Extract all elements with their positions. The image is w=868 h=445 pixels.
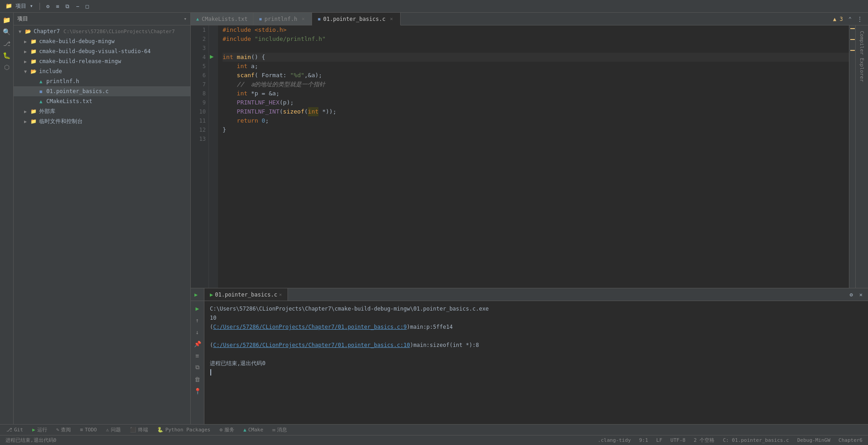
cursor-line	[210, 368, 863, 376]
line-num-2: 2	[193, 35, 206, 44]
tree-item-pointer-basics[interactable]: ▶ ◼ 01.pointer_basics.c	[14, 86, 190, 96]
folder-icon-cmake-vs: 📁	[30, 48, 37, 55]
folder-icon[interactable]: 📁	[1, 15, 12, 25]
tab-close-pointer[interactable]: ✕	[388, 16, 395, 22]
list-icon[interactable]: ≡	[54, 2, 61, 10]
bottom-tab-close-btn[interactable]: ✕	[279, 292, 282, 297]
run-gutter-arrow[interactable]: ▶	[210, 53, 213, 60]
folder-icon-external: 📁	[30, 108, 37, 115]
bottom-tab-run[interactable]: ▶ 01.pointer_basics.c ✕	[204, 288, 288, 301]
status-chapter[interactable]: Chapter6	[837, 437, 864, 443]
project-dropdown-icon[interactable]: ▾	[184, 16, 187, 22]
paren-close-1: )	[407, 324, 410, 330]
search-icon[interactable]: 🔍	[1, 26, 12, 37]
line-num-6: 6	[193, 71, 206, 80]
bottom-settings-icon[interactable]: ⚙	[848, 291, 855, 299]
footer-tab-python-label: Python Packages	[165, 427, 210, 433]
status-lf[interactable]: LF	[655, 437, 664, 443]
run-gutter: ▶	[209, 25, 218, 288]
tree-item-printlnf[interactable]: ▶ ▲ printlnf.h	[14, 76, 190, 86]
footer-tab-problems-label: 问题	[111, 426, 121, 433]
tree-item-temp[interactable]: ▶ 📁 临时文件和控制台	[14, 116, 190, 126]
list-btn[interactable]: ≡	[192, 350, 203, 361]
output-1b: main:p:5ffe14	[410, 324, 453, 330]
footer-tab-services[interactable]: ⚙ 服务	[216, 425, 238, 434]
pin2-btn[interactable]: 📍	[192, 386, 203, 396]
terminal-output[interactable]: C:\Users\57286\CLionProjects\Chapter7\cm…	[204, 301, 868, 424]
bottom-panel-controls: ⚙ ✕	[848, 288, 868, 301]
extensions-icon[interactable]: ⬡	[1, 62, 12, 73]
file-tree-content: ▼ 📂 Chapter7 C:\Users\57286\CLionProject…	[14, 25, 190, 424]
tree-item-cmake-debug-mingw[interactable]: ▶ 📁 cmake-build-debug-mingw	[14, 36, 190, 46]
status-clang-tidy[interactable]: .clang-tidy	[596, 437, 633, 443]
status-build[interactable]: Debug-MinGW	[795, 437, 832, 443]
footer-tab-cmake[interactable]: ▲ CMake	[240, 426, 267, 434]
review-footer-icon: ✎	[56, 427, 60, 433]
footer-tab-git[interactable]: ⎇ Git	[3, 426, 27, 434]
minimize-icon[interactable]: −	[74, 2, 81, 10]
tab-bar-expand[interactable]: ⌃	[847, 15, 853, 23]
editor-area: ▲ CMakeLists.txt ◼ printlnf.h ✕ ◼ 01.poi…	[191, 13, 868, 288]
settings-icon[interactable]: ⚙	[45, 2, 51, 10]
code-editor[interactable]: 1 2 3 4 5 6 7 8 9 10 11 12 13	[191, 25, 849, 288]
tree-path-chapter7: C:\Users\57286\CLionProjects\Chapter7	[64, 29, 175, 35]
maximize-icon[interactable]: □	[84, 2, 90, 10]
tree-item-cmake-release[interactable]: ▶ 📁 cmake-build-release-mingw	[14, 56, 190, 66]
tree-item-cmakelists[interactable]: ▶ ▲ CMakeLists.txt	[14, 96, 190, 106]
link-2[interactable]: C:/Users/57286/CLionProjects/Chapter7/01…	[213, 342, 410, 348]
footer-tab-run[interactable]: ▶ 运行	[29, 425, 51, 434]
status-line-col[interactable]: 9:1	[637, 437, 650, 443]
copy-btn[interactable]: ⧉	[192, 362, 203, 373]
link-1[interactable]: C:/Users/57286/CLionProjects/Chapter7/01…	[213, 324, 407, 330]
tab-printlnf[interactable]: ◼ printlnf.h ✕	[253, 13, 312, 25]
keyword-int-highlight: int	[308, 107, 318, 116]
footer-tab-terminal[interactable]: ⬛ 终端	[126, 425, 152, 434]
trash-btn[interactable]: 🗑	[192, 374, 203, 385]
bottom-run-icon[interactable]: ▶	[191, 288, 204, 301]
tree-arrow-cmake-debug-mingw: ▶	[23, 39, 28, 44]
git-icon[interactable]: ⎇	[1, 38, 12, 49]
split-icon[interactable]: ⧉	[64, 2, 71, 10]
tab-bar-more[interactable]: ⋮	[855, 15, 864, 23]
tab-close-printlnf[interactable]: ✕	[300, 16, 306, 22]
project-dropdown[interactable]: 📁 项目 ▾	[4, 1, 35, 11]
tree-label-external: 外部库	[39, 108, 55, 115]
messages-footer-icon: ✉	[273, 427, 276, 433]
status-bar: 进程已结束,退出代码0 .clang-tidy 9:1 LF UTF-8 2 个…	[0, 435, 868, 445]
run-btn[interactable]: ▶	[192, 303, 203, 314]
bottom-run-btn[interactable]: ▶	[194, 292, 198, 298]
status-file[interactable]: C: 01.pointer_basics.c	[721, 437, 791, 443]
footer-tab-review[interactable]: ✎ 查阅	[53, 425, 75, 434]
tab-cmake[interactable]: ▲ CMakeLists.txt	[191, 13, 253, 25]
scroll-down-btn[interactable]: ↓	[192, 326, 203, 337]
output-line-link2: (C:/Users/57286/CLionProjects/Chapter7/0…	[210, 341, 863, 349]
footer-tab-todo[interactable]: ≡ TODO	[76, 426, 100, 434]
code-line-6: scanf( Format: "%d",&a);	[223, 71, 849, 80]
line-num-3: 3	[193, 44, 206, 53]
output-spacer	[210, 332, 863, 340]
tree-item-external[interactable]: ▶ 📁 外部库	[14, 106, 190, 116]
bottom-main: ▶ ↑ ↓ 📌 ≡ ⧉ 🗑 📍 C:\Users\57286\CLionProj…	[191, 301, 868, 424]
status-encoding[interactable]: UTF-8	[669, 437, 687, 443]
code-content[interactable]: #include <stdio.h> #include "include/pri…	[218, 25, 849, 288]
bottom-close-icon[interactable]: ✕	[858, 291, 864, 299]
tree-item-cmake-debug-vs[interactable]: ▶ 📁 cmake-build-debug-visual-studio-64	[14, 46, 190, 56]
folder-icon-temp: 📁	[30, 118, 37, 125]
toolbar-separator	[40, 3, 40, 10]
tab-pointer[interactable]: ◼ 01.pointer_basics.c ✕	[312, 13, 400, 25]
compiler-explorer-btn[interactable]: Compiler Explorer	[857, 27, 867, 86]
tab-bar-end: ▲ 3 ⌃ ⋮	[831, 13, 868, 25]
footer-tab-messages[interactable]: ✉ 消息	[269, 425, 291, 434]
footer-tab-problems[interactable]: ⚠ 问题	[102, 425, 124, 434]
pin-btn[interactable]: 📌	[192, 338, 203, 349]
tree-item-include[interactable]: ▼ 📂 include	[14, 66, 190, 76]
footer-tab-python[interactable]: 🐍 Python Packages	[154, 426, 214, 434]
scroll-up-btn[interactable]: ↑	[192, 315, 203, 326]
debug-icon[interactable]: 🐛	[1, 50, 12, 61]
warning-count[interactable]: ▲ 3	[831, 15, 845, 23]
tree-item-chapter7[interactable]: ▼ 📂 Chapter7 C:\Users\57286\CLionProject…	[14, 26, 190, 36]
code-line-4: int main() {	[223, 53, 849, 62]
status-indent[interactable]: 2 个空格	[692, 437, 716, 444]
tree-label-pointer: 01.pointer_basics.c	[46, 88, 109, 94]
right-scrollbar	[849, 25, 855, 288]
